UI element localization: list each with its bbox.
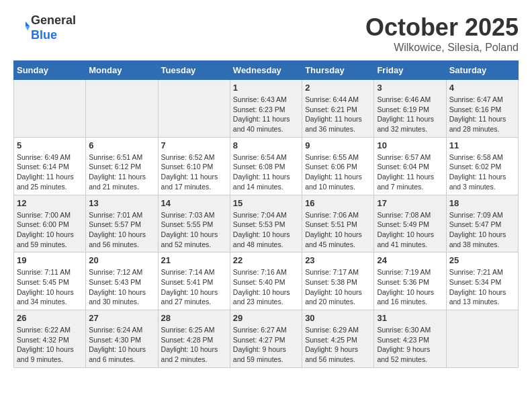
day-info: Sunrise: 7:00 AMSunset: 6:00 PMDaylight:… [17, 210, 83, 250]
calendar-cell: 17Sunrise: 7:08 AMSunset: 5:49 PMDayligh… [374, 195, 446, 253]
day-number: 15 [233, 198, 299, 208]
calendar-header-tuesday: Tuesday [158, 61, 230, 80]
day-number: 28 [161, 313, 227, 323]
calendar-cell: 30Sunrise: 6:29 AMSunset: 4:25 PMDayligh… [302, 310, 374, 368]
page-header: General Blue October 2025 Wilkowice, Sil… [13, 13, 519, 54]
logo-blue-text: Blue [31, 28, 57, 42]
day-number: 1 [233, 83, 299, 93]
calendar-header-sunday: Sunday [14, 61, 86, 80]
calendar-header-row: SundayMondayTuesdayWednesdayThursdayFrid… [14, 61, 519, 80]
day-number: 4 [449, 83, 515, 93]
day-info: Sunrise: 6:24 AMSunset: 4:30 PMDaylight:… [89, 325, 154, 365]
day-info: Sunrise: 7:08 AMSunset: 5:49 PMDaylight:… [377, 210, 443, 250]
day-number: 22 [233, 255, 299, 265]
day-info: Sunrise: 7:16 AMSunset: 5:40 PMDaylight:… [233, 267, 299, 307]
logo-icon [15, 19, 31, 35]
calendar-cell: 11Sunrise: 6:58 AMSunset: 6:02 PMDayligh… [446, 137, 518, 195]
calendar-cell: 24Sunrise: 7:19 AMSunset: 5:36 PMDayligh… [374, 253, 446, 310]
day-number: 5 [17, 140, 83, 150]
calendar-cell: 14Sunrise: 7:03 AMSunset: 5:55 PMDayligh… [158, 195, 230, 253]
day-info: Sunrise: 7:01 AMSunset: 5:57 PMDaylight:… [89, 210, 154, 250]
calendar-cell: 27Sunrise: 6:24 AMSunset: 4:30 PMDayligh… [86, 310, 158, 368]
calendar-cell: 8Sunrise: 6:54 AMSunset: 6:08 PMDaylight… [230, 137, 302, 195]
day-info: Sunrise: 6:49 AMSunset: 6:14 PMDaylight:… [17, 152, 83, 192]
day-info: Sunrise: 7:11 AMSunset: 5:45 PMDaylight:… [17, 267, 83, 307]
day-info: Sunrise: 6:30 AMSunset: 4:23 PMDaylight:… [377, 325, 443, 365]
day-info: Sunrise: 6:29 AMSunset: 4:25 PMDaylight:… [305, 325, 371, 365]
calendar-header-thursday: Thursday [302, 61, 374, 80]
svg-marker-1 [26, 26, 30, 30]
calendar-week-row: 5Sunrise: 6:49 AMSunset: 6:14 PMDaylight… [14, 137, 519, 195]
day-info: Sunrise: 7:12 AMSunset: 5:43 PMDaylight:… [89, 267, 154, 307]
month-title: October 2025 [365, 13, 519, 42]
day-info: Sunrise: 6:43 AMSunset: 6:23 PMDaylight:… [233, 95, 299, 134]
calendar-week-row: 26Sunrise: 6:22 AMSunset: 4:32 PMDayligh… [14, 310, 519, 368]
day-info: Sunrise: 7:14 AMSunset: 5:41 PMDaylight:… [161, 267, 227, 307]
day-info: Sunrise: 7:17 AMSunset: 5:38 PMDaylight:… [305, 267, 371, 307]
calendar-cell: 18Sunrise: 7:09 AMSunset: 5:47 PMDayligh… [446, 195, 518, 253]
calendar-cell: 21Sunrise: 7:14 AMSunset: 5:41 PMDayligh… [158, 253, 230, 310]
day-number: 29 [233, 313, 299, 323]
calendar-cell: 12Sunrise: 7:00 AMSunset: 6:00 PMDayligh… [14, 195, 86, 253]
calendar-cell [14, 80, 86, 138]
calendar-cell: 28Sunrise: 6:25 AMSunset: 4:28 PMDayligh… [158, 310, 230, 368]
calendar-cell: 10Sunrise: 6:57 AMSunset: 6:04 PMDayligh… [374, 137, 446, 195]
day-number: 6 [89, 140, 154, 150]
calendar-cell: 26Sunrise: 6:22 AMSunset: 4:32 PMDayligh… [14, 310, 86, 368]
calendar-cell: 16Sunrise: 7:06 AMSunset: 5:51 PMDayligh… [302, 195, 374, 253]
svg-marker-0 [26, 21, 30, 26]
day-number: 25 [449, 255, 515, 265]
day-number: 13 [89, 198, 154, 208]
day-info: Sunrise: 7:21 AMSunset: 5:34 PMDaylight:… [449, 267, 515, 307]
calendar-cell [158, 80, 230, 138]
day-number: 20 [89, 255, 154, 265]
calendar-cell [446, 310, 518, 368]
day-number: 21 [161, 255, 227, 265]
day-number: 7 [161, 140, 227, 150]
calendar-cell [86, 80, 158, 138]
calendar-header-friday: Friday [374, 61, 446, 80]
day-info: Sunrise: 6:46 AMSunset: 6:19 PMDaylight:… [377, 95, 443, 134]
day-number: 10 [377, 140, 443, 150]
day-number: 2 [305, 83, 371, 93]
day-number: 17 [377, 198, 443, 208]
calendar-cell: 25Sunrise: 7:21 AMSunset: 5:34 PMDayligh… [446, 253, 518, 310]
calendar-cell: 3Sunrise: 6:46 AMSunset: 6:19 PMDaylight… [374, 80, 446, 138]
day-number: 24 [377, 255, 443, 265]
day-number: 8 [233, 140, 299, 150]
day-info: Sunrise: 6:54 AMSunset: 6:08 PMDaylight:… [233, 152, 299, 192]
day-number: 27 [89, 313, 154, 323]
day-number: 11 [449, 140, 515, 150]
calendar-cell: 2Sunrise: 6:44 AMSunset: 6:21 PMDaylight… [302, 80, 374, 138]
day-number: 9 [305, 140, 371, 150]
logo: General Blue [13, 13, 76, 42]
day-info: Sunrise: 6:51 AMSunset: 6:12 PMDaylight:… [89, 152, 154, 192]
day-number: 18 [449, 198, 515, 208]
day-number: 3 [377, 83, 443, 93]
calendar-header-monday: Monday [86, 61, 158, 80]
calendar-week-row: 19Sunrise: 7:11 AMSunset: 5:45 PMDayligh… [14, 253, 519, 310]
day-info: Sunrise: 7:06 AMSunset: 5:51 PMDaylight:… [305, 210, 371, 250]
day-info: Sunrise: 6:27 AMSunset: 4:27 PMDaylight:… [233, 325, 299, 365]
calendar-cell: 7Sunrise: 6:52 AMSunset: 6:10 PMDaylight… [158, 137, 230, 195]
calendar-cell: 20Sunrise: 7:12 AMSunset: 5:43 PMDayligh… [86, 253, 158, 310]
day-info: Sunrise: 6:22 AMSunset: 4:32 PMDaylight:… [17, 325, 83, 365]
calendar-cell: 31Sunrise: 6:30 AMSunset: 4:23 PMDayligh… [374, 310, 446, 368]
day-info: Sunrise: 7:19 AMSunset: 5:36 PMDaylight:… [377, 267, 443, 307]
day-number: 23 [305, 255, 371, 265]
logo-general-text: General [31, 13, 76, 27]
calendar-cell: 19Sunrise: 7:11 AMSunset: 5:45 PMDayligh… [14, 253, 86, 310]
calendar-week-row: 1Sunrise: 6:43 AMSunset: 6:23 PMDaylight… [14, 80, 519, 138]
calendar-cell: 9Sunrise: 6:55 AMSunset: 6:06 PMDaylight… [302, 137, 374, 195]
day-number: 14 [161, 198, 227, 208]
calendar-cell: 13Sunrise: 7:01 AMSunset: 5:57 PMDayligh… [86, 195, 158, 253]
location-text: Wilkowice, Silesia, Poland [365, 42, 519, 54]
calendar-cell: 15Sunrise: 7:04 AMSunset: 5:53 PMDayligh… [230, 195, 302, 253]
calendar-header-wednesday: Wednesday [230, 61, 302, 80]
day-info: Sunrise: 6:44 AMSunset: 6:21 PMDaylight:… [305, 95, 371, 134]
day-info: Sunrise: 6:55 AMSunset: 6:06 PMDaylight:… [305, 152, 371, 192]
day-info: Sunrise: 7:04 AMSunset: 5:53 PMDaylight:… [233, 210, 299, 250]
calendar-header-saturday: Saturday [446, 61, 518, 80]
calendar-cell: 4Sunrise: 6:47 AMSunset: 6:16 PMDaylight… [446, 80, 518, 138]
day-info: Sunrise: 7:03 AMSunset: 5:55 PMDaylight:… [161, 210, 227, 250]
